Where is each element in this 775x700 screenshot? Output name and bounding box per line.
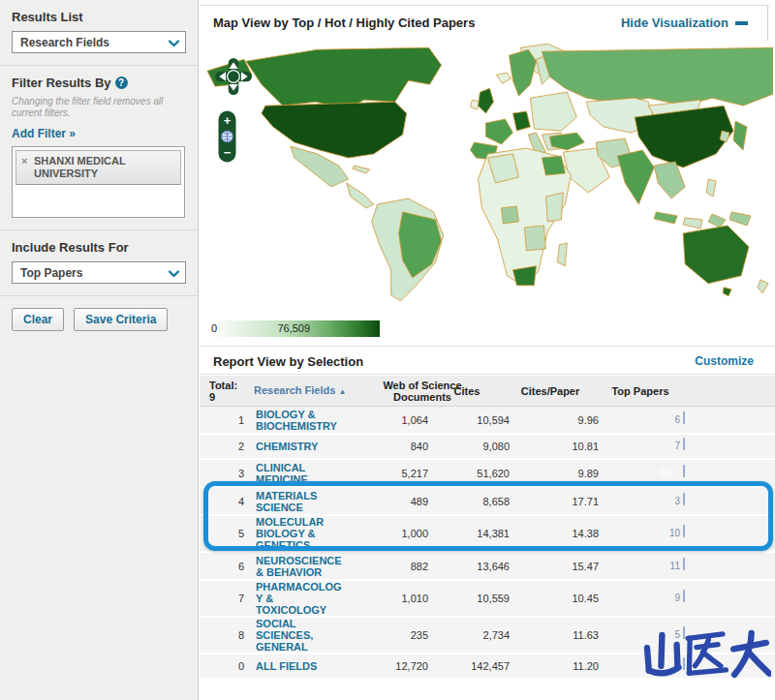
field-link[interactable]: MOLECULAR BIOLOGY & GENETICS bbox=[256, 516, 351, 551]
scale-min-label: 0 bbox=[211, 322, 217, 334]
field-link[interactable]: CLINICAL MEDICINE bbox=[256, 462, 351, 485]
panel-right-divider bbox=[767, 6, 768, 41]
cites-per-paper-value: 10.45 bbox=[525, 593, 599, 604]
table-row: 1 BIOLOGY & BIOCHEMISTRY 1,064 10,594 9.… bbox=[200, 407, 775, 435]
docs-value: 489 bbox=[351, 496, 428, 507]
field-link[interactable]: NEUROSCIENCE & BEHAVIOR bbox=[256, 555, 351, 578]
customize-link[interactable]: Customize bbox=[695, 354, 754, 368]
cites-value: 142,457 bbox=[438, 660, 510, 672]
top-papers-bar: 6 bbox=[683, 411, 685, 424]
chevron-down-icon bbox=[169, 34, 179, 51]
cites-per-paper-value: 9.89 bbox=[525, 468, 599, 479]
docs-value: 1,000 bbox=[351, 528, 428, 539]
results-list-select[interactable]: Research Fields bbox=[12, 31, 186, 53]
map-zoom-control[interactable]: + − bbox=[218, 110, 236, 167]
row-number: 1 bbox=[209, 414, 244, 426]
include-results-select[interactable]: Top Papers bbox=[12, 261, 186, 284]
total-header: Total:9 bbox=[209, 380, 248, 403]
zoom-out-icon: − bbox=[224, 145, 232, 160]
sidebar: Results List Research Fields Filter Resu… bbox=[0, 0, 199, 700]
table-row: 0 ALL FIELDS 12,720 142,457 11.20 121 bbox=[200, 654, 775, 680]
table-row: 5 MOLECULAR BIOLOGY & GENETICS 1,000 14,… bbox=[200, 516, 775, 553]
field-link[interactable]: CHEMISTRY bbox=[256, 441, 351, 452]
results-list-label: Results List bbox=[12, 10, 186, 24]
top-papers-bar: 121 bbox=[683, 657, 685, 671]
filter-note: Changing the filter field removes all cu… bbox=[12, 96, 186, 119]
include-results-label: Include Results For bbox=[12, 240, 186, 255]
field-link[interactable]: SOCIAL SCIENCES, GENERAL bbox=[256, 618, 351, 653]
table-row: 7 PHARMACOLOG Y & TOXICOLOGY 1,010 10,55… bbox=[200, 581, 775, 618]
cites-per-paper-value: 9.96 bbox=[525, 414, 599, 426]
add-filter-link[interactable]: Add Filter » bbox=[12, 127, 76, 140]
field-link[interactable]: PHARMACOLOG Y & TOXICOLOGY bbox=[256, 581, 351, 616]
filter-heading: Filter Results By? bbox=[12, 76, 186, 90]
hide-visualization-link[interactable]: Hide Visualization bbox=[621, 15, 748, 30]
filter-tag: × SHANXI MEDICAL UNIVERSITY bbox=[16, 150, 181, 185]
report-band: Report View by Selection Customize bbox=[200, 346, 775, 375]
docs-value: 1,064 bbox=[351, 414, 428, 426]
cites-value: 9,080 bbox=[438, 441, 510, 452]
docs-value: 882 bbox=[351, 561, 428, 572]
map-pan-control[interactable] bbox=[215, 58, 252, 99]
cites-value: 14,381 bbox=[438, 528, 510, 539]
row-number: 4 bbox=[209, 496, 244, 507]
cites-value: 10,594 bbox=[438, 414, 510, 426]
table-body: 1 BIOLOGY & BIOCHEMISTRY 1,064 10,594 9.… bbox=[200, 407, 775, 680]
help-icon[interactable]: ? bbox=[115, 76, 128, 89]
active-filters-box: × SHANXI MEDICAL UNIVERSITY bbox=[12, 146, 185, 218]
chevron-down-icon bbox=[169, 264, 179, 282]
table-row: 3 CLINICAL MEDICINE 5,217 51,620 9.89 56 bbox=[200, 460, 775, 488]
world-map-svg bbox=[202, 41, 773, 318]
docs-value: 1,010 bbox=[351, 593, 428, 604]
save-criteria-button[interactable]: Save Criteria bbox=[74, 308, 168, 331]
table-row: 4 MATERIALS SCIENCE 489 8,658 17.71 3 bbox=[200, 488, 775, 516]
top-papers-bar: 5 bbox=[683, 626, 685, 640]
sidebar-buttons: Clear Save Criteria bbox=[0, 296, 198, 343]
cites-value: 51,620 bbox=[438, 468, 510, 479]
cites-value: 8,658 bbox=[438, 496, 510, 507]
remove-filter-icon[interactable]: × bbox=[21, 155, 27, 167]
filter-section: Filter Results By? Changing the filter f… bbox=[0, 66, 198, 230]
map-view-title: Map View by Top / Hot / Highly Cited Pap… bbox=[213, 15, 475, 30]
scale-max-label: 76,509 bbox=[277, 322, 310, 334]
page: { "sidebar": { "results_list": { "label"… bbox=[0, 0, 775, 700]
row-number: 3 bbox=[209, 468, 244, 479]
top-papers-bar: 9 bbox=[683, 590, 685, 603]
results-list-value: Research Fields bbox=[20, 36, 109, 49]
clear-button[interactable]: Clear bbox=[12, 308, 64, 331]
table-row: 8 SOCIAL SCIENCES, GENERAL 235 2,734 11.… bbox=[200, 618, 775, 654]
docs-value: 235 bbox=[351, 629, 428, 641]
cites-value: 13,646 bbox=[438, 561, 510, 572]
table-row: 2 CHEMISTRY 840 9,080 10.81 7 bbox=[200, 435, 775, 460]
top-papers-bar: 56 bbox=[683, 464, 685, 477]
row-number: 8 bbox=[209, 629, 244, 641]
cites-value: 10,559 bbox=[438, 593, 510, 604]
zoom-in-icon: + bbox=[224, 113, 232, 128]
report-view-title: Report View by Selection bbox=[213, 354, 363, 369]
include-results-value: Top Papers bbox=[20, 266, 82, 280]
field-link[interactable]: BIOLOGY & BIOCHEMISTRY bbox=[256, 409, 351, 432]
row-number: 6 bbox=[209, 561, 244, 572]
column-header-top-papers: Top Papers bbox=[587, 385, 694, 397]
table-row: 6 NEUROSCIENCE & BEHAVIOR 882 13,646 15.… bbox=[200, 553, 775, 581]
field-link[interactable]: ALL FIELDS bbox=[256, 660, 351, 672]
results-table: Total:9 Research Fields ▲ Web of Science… bbox=[200, 376, 775, 680]
row-number: 7 bbox=[209, 593, 244, 604]
results-list-section: Results List Research Fields bbox=[0, 0, 198, 66]
cites-per-paper-value: 15.47 bbox=[525, 561, 599, 572]
top-papers-bar: 11 bbox=[683, 557, 685, 570]
docs-value: 840 bbox=[351, 441, 428, 452]
cites-per-paper-value: 10.81 bbox=[525, 441, 599, 452]
row-number: 5 bbox=[209, 528, 244, 539]
docs-value: 12,720 bbox=[351, 660, 428, 672]
row-number: 2 bbox=[209, 441, 244, 452]
field-link[interactable]: MATERIALS SCIENCE bbox=[256, 490, 351, 513]
column-header-cites-per-paper: Cites/Paper bbox=[502, 385, 599, 397]
map-color-scale: 0 76,509 bbox=[209, 320, 380, 337]
top-papers-bar: 3 bbox=[683, 492, 685, 505]
world-map[interactable]: + − bbox=[202, 41, 773, 318]
panel-top-divider bbox=[200, 5, 769, 6]
column-header-cites: Cites bbox=[418, 385, 515, 397]
top-papers-bar: 10 bbox=[683, 525, 685, 538]
top-papers-bar: 7 bbox=[683, 438, 685, 451]
